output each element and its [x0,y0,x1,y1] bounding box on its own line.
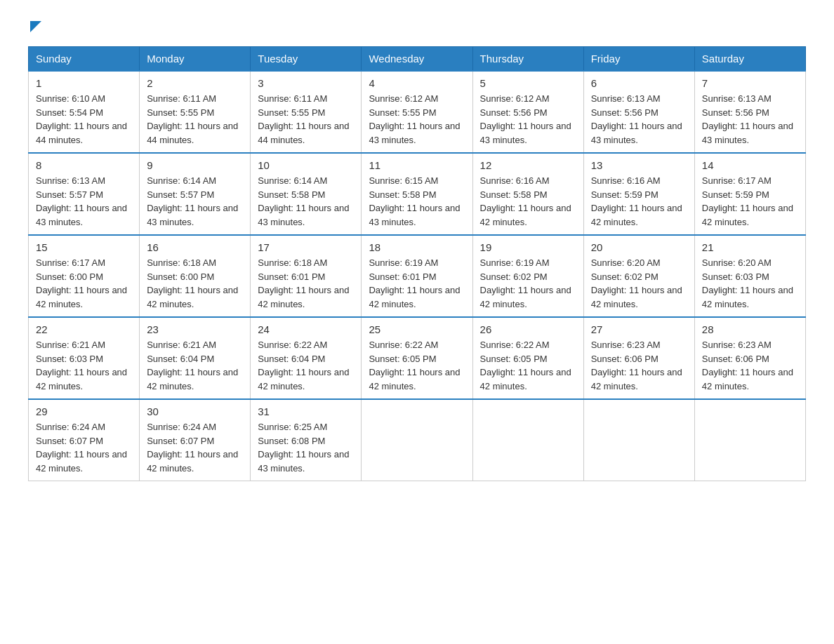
day-info: Sunrise: 6:25 AMSunset: 6:08 PMDaylight:… [258,420,354,475]
calendar-cell: 29Sunrise: 6:24 AMSunset: 6:07 PMDayligh… [29,399,140,481]
calendar-cell: 14Sunrise: 6:17 AMSunset: 5:59 PMDayligh… [694,153,805,235]
day-info: Sunrise: 6:16 AMSunset: 5:59 PMDaylight:… [591,174,687,229]
day-info: Sunrise: 6:22 AMSunset: 6:04 PMDaylight:… [258,338,354,393]
calendar-cell: 4Sunrise: 6:12 AMSunset: 5:55 PMDaylight… [362,71,472,153]
day-info: Sunrise: 6:13 AMSunset: 5:56 PMDaylight:… [591,92,687,147]
calendar-header: SundayMondayTuesdayWednesdayThursdayFrid… [29,47,806,72]
day-number: 8 [36,159,132,171]
day-info: Sunrise: 6:14 AMSunset: 5:58 PMDaylight:… [258,174,354,229]
calendar-cell: 11Sunrise: 6:15 AMSunset: 5:58 PMDayligh… [362,153,472,235]
week-row: 1Sunrise: 6:10 AMSunset: 5:54 PMDaylight… [29,71,806,153]
day-info: Sunrise: 6:23 AMSunset: 6:06 PMDaylight:… [702,338,798,393]
day-info: Sunrise: 6:13 AMSunset: 5:57 PMDaylight:… [36,174,132,229]
page-header [28,21,806,32]
day-number: 5 [480,77,576,89]
calendar-cell: 3Sunrise: 6:11 AMSunset: 5:55 PMDaylight… [251,71,362,153]
calendar-cell: 25Sunrise: 6:22 AMSunset: 6:05 PMDayligh… [362,317,472,399]
day-of-week-wednesday: Wednesday [362,47,472,72]
calendar-cell: 22Sunrise: 6:21 AMSunset: 6:03 PMDayligh… [29,317,140,399]
day-info: Sunrise: 6:24 AMSunset: 6:07 PMDaylight:… [147,420,243,475]
calendar-cell: 23Sunrise: 6:21 AMSunset: 6:04 PMDayligh… [140,317,251,399]
day-info: Sunrise: 6:19 AMSunset: 6:01 PMDaylight:… [369,256,465,311]
week-row: 8Sunrise: 6:13 AMSunset: 5:57 PMDaylight… [29,153,806,235]
day-info: Sunrise: 6:20 AMSunset: 6:03 PMDaylight:… [702,256,798,311]
day-number: 26 [480,323,576,335]
day-info: Sunrise: 6:12 AMSunset: 5:56 PMDaylight:… [480,92,576,147]
day-info: Sunrise: 6:22 AMSunset: 6:05 PMDaylight:… [369,338,465,393]
calendar-cell: 31Sunrise: 6:25 AMSunset: 6:08 PMDayligh… [251,399,362,481]
day-info: Sunrise: 6:11 AMSunset: 5:55 PMDaylight:… [147,92,243,147]
calendar-cell: 13Sunrise: 6:16 AMSunset: 5:59 PMDayligh… [583,153,694,235]
day-of-week-sunday: Sunday [29,47,140,72]
day-number: 30 [147,405,243,417]
week-row: 15Sunrise: 6:17 AMSunset: 6:00 PMDayligh… [29,235,806,317]
day-info: Sunrise: 6:21 AMSunset: 6:03 PMDaylight:… [36,338,132,393]
day-number: 3 [258,77,354,89]
day-number: 28 [702,323,798,335]
day-info: Sunrise: 6:24 AMSunset: 6:07 PMDaylight:… [36,420,132,475]
day-number: 21 [702,241,798,253]
calendar-cell: 18Sunrise: 6:19 AMSunset: 6:01 PMDayligh… [362,235,472,317]
day-info: Sunrise: 6:17 AMSunset: 6:00 PMDaylight:… [36,256,132,311]
day-number: 16 [147,241,243,253]
calendar-cell: 26Sunrise: 6:22 AMSunset: 6:05 PMDayligh… [472,317,583,399]
day-number: 13 [591,159,687,171]
day-info: Sunrise: 6:20 AMSunset: 6:02 PMDaylight:… [591,256,687,311]
calendar-cell: 28Sunrise: 6:23 AMSunset: 6:06 PMDayligh… [694,317,805,399]
week-row: 22Sunrise: 6:21 AMSunset: 6:03 PMDayligh… [29,317,806,399]
day-info: Sunrise: 6:15 AMSunset: 5:58 PMDaylight:… [369,174,465,229]
calendar-body: 1Sunrise: 6:10 AMSunset: 5:54 PMDaylight… [29,71,806,481]
calendar-cell: 6Sunrise: 6:13 AMSunset: 5:56 PMDaylight… [583,71,694,153]
day-number: 6 [591,77,687,89]
day-number: 10 [258,159,354,171]
calendar-cell: 17Sunrise: 6:18 AMSunset: 6:01 PMDayligh… [251,235,362,317]
calendar-cell: 30Sunrise: 6:24 AMSunset: 6:07 PMDayligh… [140,399,251,481]
calendar-cell: 19Sunrise: 6:19 AMSunset: 6:02 PMDayligh… [472,235,583,317]
day-of-week-friday: Friday [583,47,694,72]
day-info: Sunrise: 6:16 AMSunset: 5:58 PMDaylight:… [480,174,576,229]
day-of-week-thursday: Thursday [472,47,583,72]
day-info: Sunrise: 6:17 AMSunset: 5:59 PMDaylight:… [702,174,798,229]
calendar-cell: 5Sunrise: 6:12 AMSunset: 5:56 PMDaylight… [472,71,583,153]
day-number: 27 [591,323,687,335]
day-of-week-saturday: Saturday [694,47,805,72]
week-row: 29Sunrise: 6:24 AMSunset: 6:07 PMDayligh… [29,399,806,481]
day-info: Sunrise: 6:18 AMSunset: 6:01 PMDaylight:… [258,256,354,311]
day-info: Sunrise: 6:13 AMSunset: 5:56 PMDaylight:… [702,92,798,147]
day-number: 11 [369,159,465,171]
calendar-cell: 15Sunrise: 6:17 AMSunset: 6:00 PMDayligh… [29,235,140,317]
day-number: 29 [36,405,132,417]
logo [28,21,41,32]
day-number: 12 [480,159,576,171]
day-info: Sunrise: 6:22 AMSunset: 6:05 PMDaylight:… [480,338,576,393]
day-number: 22 [36,323,132,335]
day-number: 17 [258,241,354,253]
day-number: 23 [147,323,243,335]
calendar-cell [583,399,694,481]
day-number: 25 [369,323,465,335]
calendar-table: SundayMondayTuesdayWednesdayThursdayFrid… [28,46,806,481]
calendar-cell: 20Sunrise: 6:20 AMSunset: 6:02 PMDayligh… [583,235,694,317]
day-info: Sunrise: 6:14 AMSunset: 5:57 PMDaylight:… [147,174,243,229]
calendar-cell: 12Sunrise: 6:16 AMSunset: 5:58 PMDayligh… [472,153,583,235]
day-number: 7 [702,77,798,89]
day-info: Sunrise: 6:10 AMSunset: 5:54 PMDaylight:… [36,92,132,147]
calendar-cell: 27Sunrise: 6:23 AMSunset: 6:06 PMDayligh… [583,317,694,399]
day-info: Sunrise: 6:23 AMSunset: 6:06 PMDaylight:… [591,338,687,393]
day-number: 2 [147,77,243,89]
day-number: 31 [258,405,354,417]
day-number: 9 [147,159,243,171]
calendar-cell: 9Sunrise: 6:14 AMSunset: 5:57 PMDaylight… [140,153,251,235]
day-number: 24 [258,323,354,335]
logo-text [28,21,41,32]
day-number: 15 [36,241,132,253]
calendar-cell [472,399,583,481]
day-number: 1 [36,77,132,89]
calendar-cell: 24Sunrise: 6:22 AMSunset: 6:04 PMDayligh… [251,317,362,399]
day-number: 20 [591,241,687,253]
day-number: 18 [369,241,465,253]
day-info: Sunrise: 6:11 AMSunset: 5:55 PMDaylight:… [258,92,354,147]
day-info: Sunrise: 6:18 AMSunset: 6:00 PMDaylight:… [147,256,243,311]
calendar-cell: 8Sunrise: 6:13 AMSunset: 5:57 PMDaylight… [29,153,140,235]
day-info: Sunrise: 6:21 AMSunset: 6:04 PMDaylight:… [147,338,243,393]
